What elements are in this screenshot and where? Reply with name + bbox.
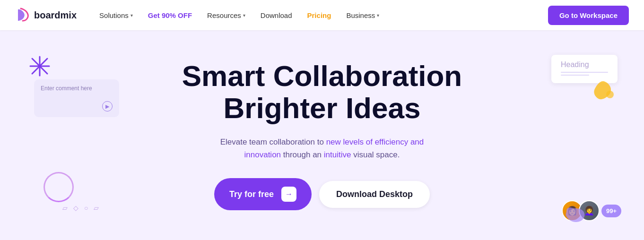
chevron-down-icon: ▾ bbox=[243, 13, 245, 18]
shapes-row: ▱ ◇ ○ ▱ bbox=[62, 204, 99, 212]
logo[interactable]: boardmix bbox=[15, 8, 77, 23]
diamond-icon: ◇ bbox=[73, 204, 78, 212]
heading-card-line-1 bbox=[561, 72, 608, 73]
hero-buttons: Try for free → Download Desktop bbox=[182, 178, 462, 210]
hero-title: Smart Collaboration Brighter Ideas bbox=[182, 60, 462, 124]
nav-pricing[interactable]: Pricing bbox=[307, 11, 331, 19]
circle-decoration bbox=[44, 172, 74, 202]
parallelogram-icon: ▱ bbox=[94, 204, 99, 212]
yellow-blob-decoration bbox=[586, 77, 619, 111]
heading-card-title: Heading bbox=[561, 60, 608, 69]
svg-point-4 bbox=[606, 91, 614, 98]
navbar: boardmix Solutions ▾ Get 90% OFF Resourc… bbox=[0, 0, 644, 30]
purple-blob-decoration bbox=[562, 205, 590, 231]
comment-send-icon: ▶ bbox=[102, 101, 113, 111]
heading-card-line-2 bbox=[561, 75, 589, 76]
comment-placeholder: Enter comment here bbox=[41, 85, 113, 92]
avatar-1: 👩 bbox=[562, 200, 583, 221]
avatar-count-badge: 99+ bbox=[601, 205, 621, 217]
chevron-down-icon: ▾ bbox=[131, 13, 133, 18]
chevron-down-icon: ▾ bbox=[377, 13, 379, 18]
comment-box: Enter comment here ▶ bbox=[34, 79, 119, 117]
download-desktop-button[interactable]: Download Desktop bbox=[319, 181, 430, 208]
boardmix-logo-icon bbox=[15, 8, 30, 23]
svg-line-2 bbox=[32, 59, 47, 74]
hero-section: Enter comment here ▶ ▱ ◇ ○ ▱ Smart Colla… bbox=[0, 30, 644, 240]
asterisk-icon bbox=[28, 55, 51, 81]
square-icon: ▱ bbox=[62, 204, 68, 212]
logo-text: boardmix bbox=[34, 10, 77, 21]
oval-icon: ○ bbox=[84, 204, 88, 212]
avatar-2: 👩‍🦱 bbox=[579, 200, 600, 221]
nav-download[interactable]: Download bbox=[261, 11, 292, 19]
hero-subtitle: Elevate team collaboration to new levels… bbox=[213, 136, 431, 161]
nav-solutions[interactable]: Solutions ▾ bbox=[99, 11, 133, 19]
avatars-section: 👩 👩‍🦱 99+ bbox=[562, 200, 621, 221]
nav-promo[interactable]: Get 90% OFF bbox=[148, 11, 192, 19]
goto-workspace-button[interactable]: Go to Workspace bbox=[548, 6, 629, 25]
right-decorations: Heading 👩 👩‍🦱 99+ bbox=[529, 30, 633, 240]
nav-resources[interactable]: Resources ▾ bbox=[207, 11, 245, 19]
heading-card: Heading bbox=[551, 55, 618, 83]
arrow-icon: → bbox=[281, 187, 296, 202]
nav-business[interactable]: Business ▾ bbox=[346, 11, 379, 19]
svg-line-3 bbox=[32, 59, 47, 74]
hero-content: Smart Collaboration Brighter Ideas Eleva… bbox=[182, 60, 462, 211]
left-decorations: Enter comment here ▶ ▱ ◇ ○ ▱ bbox=[11, 30, 144, 240]
try-for-free-button[interactable]: Try for free → bbox=[214, 178, 312, 210]
